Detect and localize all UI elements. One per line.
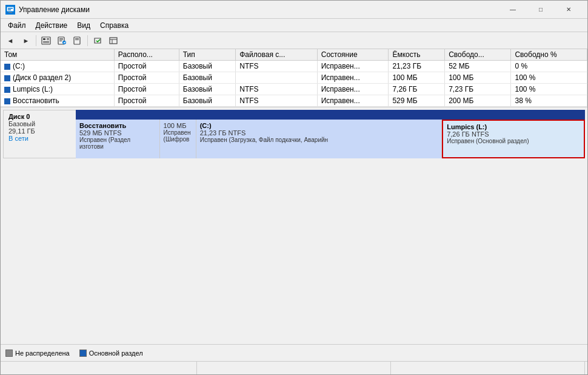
maximize-button[interactable]: □: [527, 1, 555, 19]
col-location[interactable]: Располо...: [114, 49, 179, 61]
disk-name: Диск 0: [8, 113, 71, 120]
menu-file[interactable]: Файл: [3, 20, 31, 31]
svg-rect-16: [75, 38, 79, 39]
cell-free-pct: 100 %: [511, 72, 587, 84]
cell-type: Базовый: [179, 72, 235, 84]
svg-rect-0: [7, 7, 14, 12]
col-filesystem[interactable]: Файловая с...: [236, 49, 318, 61]
disk-map-area: Диск 0 Базовый 29,11 ГБ В сети Восстанов…: [1, 107, 587, 344]
partition[interactable]: 100 МБ Исправен (Шифров: [160, 120, 196, 158]
statusbar: [1, 361, 587, 374]
svg-rect-7: [47, 39, 49, 40]
cell-free: 52 МБ: [445, 61, 511, 72]
window-controls: — □ ✕: [499, 1, 583, 19]
cell-status: Исправен...: [317, 61, 389, 72]
svg-rect-12: [59, 39, 63, 40]
minimize-button[interactable]: —: [499, 1, 527, 19]
toolbar-btn-4[interactable]: [90, 34, 105, 47]
cell-status: Исправен...: [317, 72, 389, 84]
partition-status: Исправен (Шифров: [164, 129, 192, 143]
partition-size: 7,26 ГБ NTFS: [447, 130, 580, 138]
legend-unallocated-box: [5, 350, 13, 357]
svg-rect-5: [43, 38, 45, 40]
menu-view[interactable]: Вид: [72, 20, 95, 31]
forward-button[interactable]: ►: [19, 34, 33, 47]
cell-free: 7,23 ГБ: [445, 84, 511, 95]
partition[interactable]: Восстановить 529 МБ NTFS Исправен (Разде…: [76, 120, 160, 158]
legend-primary-box: [79, 350, 87, 357]
menu-action[interactable]: Действие: [31, 20, 73, 31]
cell-volume-name: Lumpics (L:): [1, 84, 114, 95]
disk-partitions-body: Восстановить 529 МБ NTFS Исправен (Разде…: [76, 118, 585, 158]
disk-header-bar: [76, 110, 585, 118]
partition-size: 100 МБ: [164, 122, 192, 129]
col-free[interactable]: Свободо...: [445, 49, 511, 61]
cell-location: Простой: [114, 95, 179, 107]
status-pane-1: [3, 362, 197, 374]
cell-free: 200 МБ: [445, 95, 511, 107]
svg-rect-17: [75, 39, 79, 40]
toolbar-btn-3[interactable]: [70, 34, 85, 47]
partition[interactable]: (C:) 21,23 ГБ NTFS Исправен (Загрузка, Ф…: [196, 120, 443, 158]
cell-type: Базовый: [179, 84, 235, 95]
cell-location: Простой: [114, 84, 179, 95]
legend-primary-label: Основной раздел: [89, 350, 143, 357]
toolbar: ◄ ►: [1, 32, 587, 49]
status-pane-3: [391, 362, 585, 374]
disk-size: 29,11 ГБ: [8, 127, 71, 135]
cell-capacity: 100 МБ: [389, 72, 445, 84]
toolbar-separator-2: [87, 35, 88, 46]
partition-status: Исправен (Основной раздел): [447, 138, 580, 144]
col-volume[interactable]: Том: [1, 49, 114, 61]
cell-free: 100 МБ: [445, 72, 511, 84]
svg-rect-18: [110, 38, 117, 44]
col-status[interactable]: Состояние: [317, 49, 389, 61]
disk-label-0: Диск 0 Базовый 29,11 ГБ В сети: [3, 110, 76, 158]
svg-rect-13: [59, 41, 62, 41]
menu-help[interactable]: Справка: [95, 20, 133, 31]
disk-type: Базовый: [8, 120, 71, 127]
legend-area: Не распределена Основной раздел: [1, 344, 587, 361]
partition-size: 529 МБ NTFS: [79, 129, 156, 137]
col-type[interactable]: Тип: [179, 49, 235, 61]
back-button[interactable]: ◄: [3, 34, 18, 47]
toolbar-btn-1[interactable]: [39, 34, 53, 47]
partition-name: Lumpics (L:): [447, 123, 580, 130]
table-row[interactable]: (Диск 0 раздел 2) Простой Базовый Исправ…: [1, 72, 587, 84]
cell-capacity: 7,26 ГБ: [389, 84, 445, 95]
svg-rect-9: [43, 42, 49, 43]
toolbar-btn-2[interactable]: [55, 34, 69, 47]
cell-volume-name: Восстановить: [1, 95, 114, 107]
cell-status: Исправен...: [317, 84, 389, 95]
col-capacity[interactable]: Ёмкость: [389, 49, 445, 61]
close-button[interactable]: ✕: [555, 1, 583, 19]
disk-partitions-wrapper: Восстановить 529 МБ NTFS Исправен (Разде…: [76, 110, 585, 158]
col-free-pct[interactable]: Свободно %: [511, 49, 587, 61]
cell-capacity: 21,23 ГБ: [389, 61, 445, 72]
cell-free-pct: 0 %: [511, 61, 587, 72]
cell-location: Простой: [114, 61, 179, 72]
partition-size: 21,23 ГБ NTFS: [200, 129, 438, 137]
svg-rect-1: [8, 8, 13, 9]
cell-type: Базовый: [179, 95, 235, 107]
toolbar-btn-5[interactable]: [106, 34, 121, 47]
toolbar-separator-1: [36, 35, 36, 46]
cell-volume-name: (C:): [1, 61, 114, 72]
menubar: Файл Действие Вид Справка: [1, 19, 587, 32]
table-row[interactable]: Восстановить Простой Базовый NTFS Исправ…: [1, 95, 587, 107]
cell-free-pct: 100 %: [511, 84, 587, 95]
svg-point-14: [62, 41, 66, 44]
main-content: Том Располо... Тип Файловая с... Состоян…: [1, 49, 587, 361]
cell-filesystem: NTFS: [236, 95, 318, 107]
svg-rect-15: [74, 37, 80, 44]
svg-rect-8: [43, 41, 49, 42]
partition[interactable]: Lumpics (L:) 7,26 ГБ NTFS Исправен (Осно…: [442, 120, 585, 158]
table-row[interactable]: Lumpics (L:) Простой Базовый NTFS Исправ…: [1, 84, 587, 95]
status-pane-2: [197, 362, 391, 374]
legend-unallocated-label: Не распределена: [15, 350, 70, 357]
svg-rect-11: [59, 38, 63, 39]
table-row[interactable]: (C:) Простой Базовый NTFS Исправен... 21…: [1, 61, 587, 72]
volume-table-area: Том Располо... Тип Файловая с... Состоян…: [1, 49, 587, 107]
svg-rect-4: [42, 37, 50, 44]
svg-rect-3: [8, 12, 12, 13]
